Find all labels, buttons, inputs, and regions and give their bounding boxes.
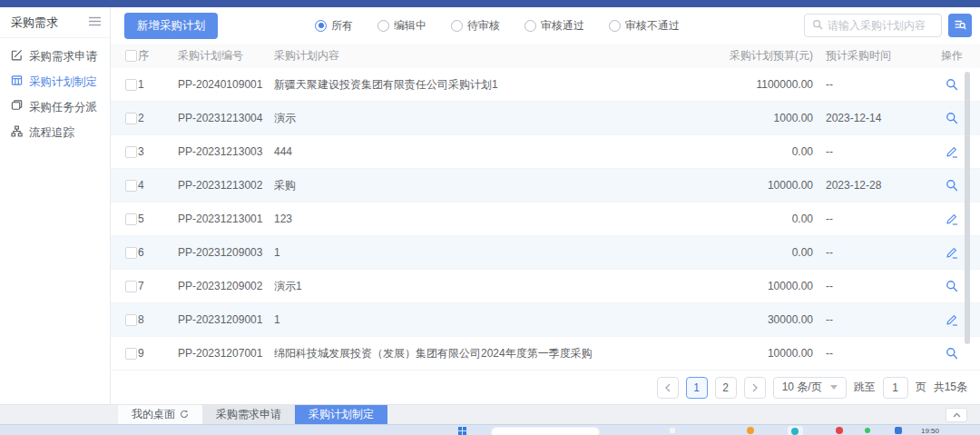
row-checkbox[interactable]	[125, 113, 137, 124]
collapse-button[interactable]	[946, 408, 967, 422]
row-index: 3	[138, 145, 178, 158]
filter-radio-editing[interactable]: 编辑中	[377, 18, 426, 34]
select-all-checkbox[interactable]	[125, 50, 137, 62]
sidebar-item-procurement-plan[interactable]: 采购计划制定	[0, 69, 110, 94]
row-plan-content: 演示1	[274, 279, 677, 294]
row-plan-code: PP-20231213003	[178, 145, 274, 158]
row-index: 1	[138, 78, 178, 91]
row-checkbox[interactable]	[125, 348, 137, 360]
sidebar-item-label: 采购需求申请	[29, 49, 97, 64]
row-expected-time: --	[813, 145, 924, 158]
taskbar-search-pill[interactable]	[491, 427, 600, 435]
prev-page-button[interactable]	[657, 377, 679, 399]
table-row[interactable]: 8 PP-20231209001 1 30000.00 --	[111, 303, 980, 337]
taskbar-app-icon[interactable]	[865, 428, 870, 433]
table-row[interactable]: 2 PP-20231213004 演示 1000.00 2023-12-14	[111, 102, 980, 135]
view-icon[interactable]	[946, 280, 958, 292]
row-budget: 1000.00	[677, 112, 813, 124]
view-icon[interactable]	[946, 78, 958, 91]
row-checkbox[interactable]	[125, 281, 137, 292]
refresh-icon[interactable]	[180, 409, 189, 421]
row-checkbox[interactable]	[125, 79, 137, 91]
view-icon[interactable]	[946, 112, 958, 124]
table-row[interactable]: 5 PP-20231213001 123 0.00 --	[111, 203, 980, 236]
sidebar-item-procurement-request[interactable]: 采购需求申请	[0, 44, 110, 69]
row-expected-time: --	[813, 78, 924, 91]
table-body: 1 PP-20240109001 新疆天聚建设投资集团有限责任公司采购计划1 1…	[111, 68, 980, 371]
edit-icon[interactable]	[946, 313, 958, 326]
hamburger-icon[interactable]	[89, 15, 101, 29]
table-icon	[11, 74, 23, 89]
advanced-search-button[interactable]	[948, 14, 972, 37]
edit-icon[interactable]	[946, 213, 958, 225]
taskbar-app-icon[interactable]	[791, 428, 799, 435]
taskbar-app-icon[interactable]	[895, 427, 902, 434]
edit-icon[interactable]	[946, 145, 958, 158]
content-area: 新增采购计划 所有 编辑中 待审核 审核通过 审核不通过	[111, 7, 980, 404]
tab-procurement-plan[interactable]: 采购计划制定	[295, 405, 387, 424]
col-expected-time: 预计采购时间	[813, 48, 924, 64]
table-row[interactable]: 7 PP-20231209002 演示1 10000.00 --	[111, 270, 980, 303]
table-row[interactable]: 4 PP-20231213002 采购 10000.00 2023-12-28	[111, 169, 980, 203]
taskbar-app-icon[interactable]	[836, 427, 843, 434]
table-row[interactable]: 3 PP-20231213003 444 0.00 --	[111, 135, 980, 169]
page-size-value: 10 条/页	[782, 380, 822, 395]
col-actions: 操作	[924, 48, 980, 64]
row-checkbox[interactable]	[125, 314, 137, 326]
toolbar: 新增采购计划 所有 编辑中 待审核 审核通过 审核不通过	[111, 7, 980, 44]
row-expected-time: --	[813, 213, 924, 225]
filter-radio-pending[interactable]: 待审核	[451, 18, 500, 34]
sidebar-item-task-assign[interactable]: 采购任务分派	[0, 94, 110, 120]
pagination: 1 2 10 条/页 跳至 页 共15条	[111, 371, 980, 404]
taskbar-active-app-highlight[interactable]	[788, 426, 803, 435]
os-taskbar[interactable]: 19:50	[0, 424, 980, 435]
row-index: 9	[138, 347, 178, 360]
table-row[interactable]: 9 PP-20231207001 绵阳科技城发展投资（发展）集团有限公司2024…	[111, 337, 980, 371]
filter-search-icon	[954, 18, 966, 34]
row-plan-code: PP-20240109001	[178, 78, 274, 91]
sidebar-item-label: 采购任务分派	[29, 100, 97, 115]
row-checkbox[interactable]	[125, 213, 137, 225]
next-page-button[interactable]	[744, 377, 766, 399]
filter-label: 所有	[331, 18, 353, 34]
jump-page-input[interactable]	[883, 377, 908, 399]
view-icon[interactable]	[946, 347, 958, 360]
row-budget: 0.00	[677, 246, 813, 259]
filter-radio-approved[interactable]: 审核通过	[524, 18, 584, 34]
row-index: 4	[138, 179, 178, 192]
taskbar-app-icon[interactable]	[669, 427, 676, 434]
row-plan-code: PP-20231207001	[178, 347, 274, 360]
search-input[interactable]	[828, 19, 934, 32]
row-expected-time: 2023-12-28	[813, 179, 924, 192]
filter-label: 审核不通过	[625, 18, 680, 34]
row-checkbox[interactable]	[125, 146, 137, 158]
tab-procurement-request[interactable]: 采购需求申请	[202, 405, 295, 424]
row-index: 6	[138, 246, 178, 259]
row-budget: 1100000.00	[677, 78, 813, 91]
row-plan-content: 123	[274, 213, 677, 225]
row-index: 7	[138, 280, 178, 292]
page-button-2[interactable]: 2	[715, 377, 737, 399]
top-window-bar	[0, 0, 980, 7]
filter-label: 待审核	[467, 18, 500, 34]
taskbar-app-icon[interactable]	[747, 427, 754, 434]
table-row[interactable]: 6 PP-20231209003 1 0.00 --	[111, 236, 980, 270]
page-size-select[interactable]: 10 条/页	[773, 377, 847, 399]
chevron-down-icon	[830, 385, 838, 390]
row-checkbox[interactable]	[125, 247, 137, 259]
view-icon[interactable]	[946, 179, 958, 192]
vertical-scrollbar[interactable]	[965, 72, 970, 344]
row-index: 2	[138, 112, 178, 124]
page-button-1[interactable]: 1	[686, 377, 708, 399]
sidebar-item-process-trace[interactable]: 流程追踪	[0, 120, 110, 145]
filter-radio-rejected[interactable]: 审核不通过	[609, 18, 680, 34]
tab-my-desktop[interactable]: 我的桌面	[118, 405, 202, 424]
filter-radio-all[interactable]: 所有	[315, 18, 353, 34]
edit-icon[interactable]	[946, 246, 958, 259]
col-index: 序	[138, 48, 178, 64]
add-plan-button[interactable]: 新增采购计划	[124, 13, 218, 39]
row-checkbox[interactable]	[125, 180, 137, 192]
row-plan-content: 1	[274, 246, 677, 259]
table-row[interactable]: 1 PP-20240109001 新疆天聚建设投资集团有限责任公司采购计划1 1…	[111, 68, 980, 102]
windows-start-icon[interactable]	[458, 427, 466, 435]
